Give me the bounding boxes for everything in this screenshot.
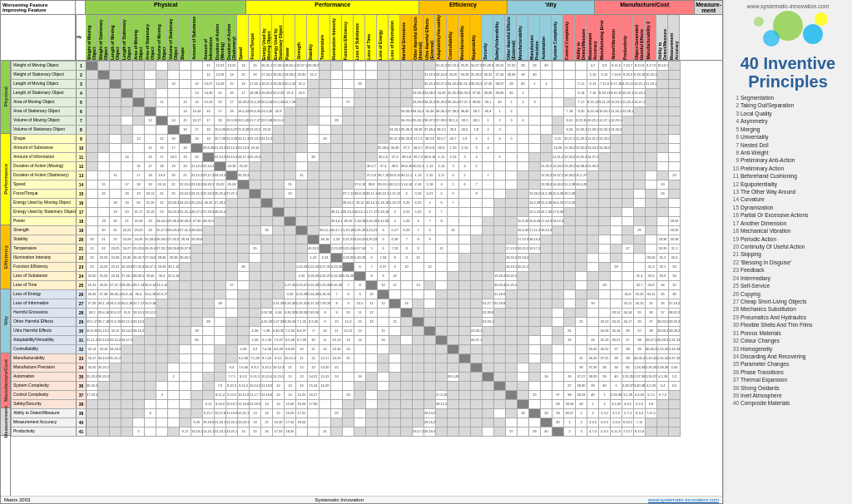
cell-4-38: 3 (529, 98, 541, 107)
cell-38-27 (401, 409, 413, 418)
cell-19-5: 25,28,4 (145, 235, 156, 245)
cell-37-26 (389, 400, 401, 409)
cell-18-49 (657, 226, 669, 235)
cell-9-20 (320, 144, 331, 153)
cell-10-27: 38,5,8 (401, 153, 413, 162)
cell-40-21 (331, 427, 343, 437)
cell-28-13 (238, 318, 250, 327)
cell-0-44: 5,9 (599, 62, 611, 71)
cell-31-5 (145, 345, 156, 354)
cell-5-16: 22,8 (273, 107, 285, 116)
cell-30-40 (552, 336, 564, 345)
cell-40-11: 12,23,12 (215, 427, 226, 437)
cell-17-38: 16,8,33 (529, 217, 541, 226)
cell-23-8 (180, 272, 191, 281)
cell-1-29: 31,22,32 (424, 71, 436, 80)
cell-14-36 (506, 190, 518, 199)
table-row: Area of Stationary Object61415,341617181… (12, 107, 681, 116)
cell-36-16: 13 (273, 391, 285, 400)
cell-39-41: 1 (564, 418, 576, 427)
cell-4-20 (320, 98, 331, 107)
cell-32-11 (215, 354, 226, 363)
col-header-21: Illumination Intensity (330, 15, 342, 60)
cell-23-20: 4,30,27 (320, 272, 331, 281)
cell-37-27 (401, 400, 413, 409)
cell-23-49: 33,8 (657, 272, 669, 281)
cell-0-20 (320, 62, 331, 71)
cell-24-49: 34 (657, 281, 669, 290)
cell-11-43: 15,40,26 (587, 162, 599, 171)
cell-37-15: 13 (261, 400, 273, 409)
cell-15-11: 27,28,2 (215, 199, 226, 208)
cell-7-32: 40,6 (459, 126, 471, 135)
principle-num: 18 (727, 227, 739, 235)
cell-23-27 (401, 272, 413, 281)
cell-37-21 (331, 400, 343, 409)
cell-39-46: 6,10,5 (622, 418, 634, 427)
cell-39-38 (529, 418, 541, 427)
cell-36-45: 2,39,38 (611, 391, 622, 400)
cell-34-11 (215, 373, 226, 382)
cell-36-35 (494, 391, 506, 400)
cell-12-35 (494, 171, 506, 180)
cell-37-46: 4,4,1 (622, 400, 634, 409)
cell-5-40 (552, 107, 564, 116)
cell-35-24 (366, 382, 378, 391)
cell-32-2: 35,21,27 (110, 354, 121, 363)
table-row: Loss of Information2727,3928,1,1429,3,15… (12, 299, 681, 309)
cell-15-23: 39,12 (354, 199, 366, 208)
cell-8-4: 13 (133, 135, 145, 144)
cell-37-25 (378, 400, 389, 409)
cell-21-40 (552, 254, 564, 263)
cell-20-35 (494, 245, 506, 254)
cell-11-15 (261, 162, 273, 171)
cell-13-20 (320, 180, 331, 190)
row-label-40: Measurement Accuracy (12, 418, 77, 427)
cell-3-50 (669, 89, 681, 98)
cell-20-30: 11 (436, 245, 448, 254)
cell-18-45 (611, 226, 622, 235)
cell-38-37: 36 (518, 409, 529, 418)
cell-19-8: 28,34 (180, 235, 191, 245)
cell-16-44 (599, 208, 611, 217)
col-header-3: Length of Stationary Object (121, 15, 132, 60)
cell-7-48 (646, 126, 657, 135)
improving-label: Improving Feature (2, 7, 46, 12)
cell-7-18 (296, 126, 308, 135)
cell-27-32 (459, 309, 471, 318)
cell-15-38: 14,2,29 (529, 199, 541, 208)
cell-26-11: 38 (215, 299, 226, 309)
cell-23-1: 25,32 (98, 272, 110, 281)
cell-29-44: 34,16 (599, 327, 611, 336)
cell-29-31 (448, 327, 459, 336)
cell-25-7 (168, 290, 180, 299)
cell-10-28: 39,7,9 (413, 153, 424, 162)
cell-1-24 (366, 71, 378, 80)
cell-5-28: 34,32,39 (413, 107, 424, 116)
cell-19-22: 2,22,21 (343, 235, 354, 245)
cell-2-41 (564, 80, 576, 89)
cell-39-31 (448, 418, 459, 427)
cell-6-22 (343, 116, 354, 126)
cell-6-12: 19,3,25 (226, 116, 238, 126)
cell-37-45: 3,2,40 (611, 400, 622, 409)
cell-30-0: 31,11,21 (87, 336, 98, 345)
cell-2-48: 11,23,13 (646, 80, 657, 89)
cell-39-9: 9,16 (191, 418, 203, 427)
cell-10-35: 6 (494, 153, 506, 162)
cell-3-2 (110, 89, 121, 98)
cell-3-43: 7,16 (587, 89, 599, 98)
cell-17-37: 15,6,32 (518, 217, 529, 226)
table-row: Speed141517181920,122122,16,3523,18,3624… (12, 180, 681, 190)
row-label-20: Stability (12, 235, 77, 245)
cell-11-31: 3 (448, 162, 459, 171)
cell-37-23 (354, 400, 366, 409)
col-header-6: Volume of Moving Object (156, 15, 167, 60)
cell-0-31: 32,23,32 (448, 62, 459, 71)
cell-36-48: 5,5,1 (646, 391, 657, 400)
cell-15-8: 24,22,39 (180, 199, 191, 208)
cell-39-12: 12,22,11 (226, 418, 238, 427)
cell-1-38: 40 (529, 71, 541, 80)
cell-6-40 (552, 116, 564, 126)
cell-28-44: 33,13 (599, 318, 611, 327)
